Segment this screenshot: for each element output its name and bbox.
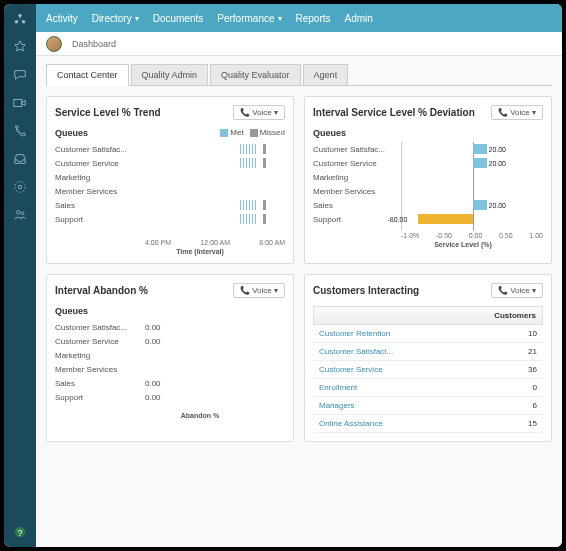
queues-header: Queues (55, 128, 88, 138)
abandon-row: Sales0.00 (55, 376, 285, 390)
abandon-row: Customer Satisfac...0.00 (55, 320, 285, 334)
queue-row: Sales (313, 198, 401, 212)
chevron-down-icon: ▾ (135, 14, 139, 23)
x-axis-label: Service Level (%) (313, 241, 543, 248)
panel-abandon: Interval Abandon % 📞 Voice ▾ Queues Cust… (46, 274, 294, 442)
abandon-row: Member Services (55, 362, 285, 376)
panel-title: Customers Interacting (313, 285, 419, 296)
subheader: Dashboard (36, 32, 562, 56)
customers-column-header: Customers (313, 306, 543, 325)
queue-row: Customer Satisfac... (313, 142, 401, 156)
x-tick: -0.50 (436, 232, 452, 239)
legend-met-swatch (220, 129, 228, 137)
abandon-row: Marketing (55, 348, 285, 362)
svg-text:?: ? (18, 528, 23, 538)
x-axis-label: Time (Interval) (55, 248, 285, 255)
queue-row: Customer Service (313, 156, 401, 170)
voice-dropdown-button[interactable]: 📞 Voice ▾ (233, 105, 285, 120)
x-tick: 4:00 PM (145, 239, 171, 246)
top-nav: Activity Directory▾ Documents Performanc… (36, 4, 562, 32)
panel-title: Interval Service Level % Deviation (313, 107, 475, 118)
customer-row: Enrollment0 (313, 379, 543, 397)
avatar[interactable] (46, 36, 62, 52)
deviation-chart-plot: 20.00 20.00 20.00 -80.00 (401, 142, 543, 230)
nav-performance[interactable]: Performance▾ (217, 13, 281, 24)
nav-directory[interactable]: Directory▾ (92, 13, 139, 24)
queue-row: Member Services (55, 184, 145, 198)
svg-point-6 (17, 211, 21, 215)
phone-icon[interactable] (13, 124, 27, 138)
dashboard-tabs: Contact Center Quality Admin Quality Eva… (46, 64, 552, 86)
tab-quality-admin[interactable]: Quality Admin (131, 64, 209, 85)
queue-row: Member Services (313, 184, 401, 198)
panel-title: Service Level % Trend (55, 107, 161, 118)
queues-header: Queues (313, 128, 543, 138)
customer-row: Online Assistance15 (313, 415, 543, 433)
svg-point-0 (18, 14, 22, 18)
queue-row: Support (55, 212, 145, 226)
panel-service-level-trend: Service Level % Trend 📞 Voice ▾ Queues M… (46, 96, 294, 264)
x-tick: 8:00 AM (259, 239, 285, 246)
chevron-down-icon: ▾ (278, 14, 282, 23)
tab-agent[interactable]: Agent (303, 64, 349, 85)
x-axis-label: Abandon % (55, 412, 285, 419)
customer-row: Customer Satisfact...21 (313, 343, 543, 361)
chat-icon[interactable] (13, 68, 27, 82)
abandon-row: Support0.00 (55, 390, 285, 404)
voice-dropdown-button[interactable]: 📞 Voice ▾ (491, 283, 543, 298)
tab-contact-center[interactable]: Contact Center (46, 64, 129, 86)
queue-row: Marketing (55, 170, 145, 184)
users-icon[interactable] (13, 208, 27, 222)
customer-row: Customer Retention10 (313, 325, 543, 343)
voice-dropdown-button[interactable]: 📞 Voice ▾ (233, 283, 285, 298)
panel-title: Interval Abandon % (55, 285, 148, 296)
customer-row: Managers6 (313, 397, 543, 415)
breadcrumb: Dashboard (72, 39, 116, 49)
svg-point-7 (21, 212, 24, 215)
queue-row: Customer Satisfac... (55, 142, 145, 156)
svg-rect-3 (14, 100, 22, 107)
queue-link[interactable]: Enrollment (319, 383, 357, 392)
org-icon[interactable] (13, 12, 27, 26)
x-tick: -1.0% (401, 232, 419, 239)
x-tick: 0.50 (499, 232, 513, 239)
panel-deviation: Interval Service Level % Deviation 📞 Voi… (304, 96, 552, 264)
queue-link[interactable]: Online Assistance (319, 419, 383, 428)
star-icon[interactable] (13, 40, 27, 54)
svg-point-4 (18, 185, 22, 189)
legend: Met Missed (220, 128, 285, 142)
video-icon[interactable] (13, 96, 27, 110)
queue-link[interactable]: Managers (319, 401, 355, 410)
panel-customers-interacting: Customers Interacting 📞 Voice ▾ Customer… (304, 274, 552, 442)
queue-link[interactable]: Customer Satisfact... (319, 347, 393, 356)
nav-reports[interactable]: Reports (296, 13, 331, 24)
help-icon[interactable]: ? (13, 525, 27, 539)
queue-link[interactable]: Customer Retention (319, 329, 390, 338)
trend-chart-plot (145, 142, 285, 237)
queue-row: Marketing (313, 170, 401, 184)
nav-admin[interactable]: Admin (345, 13, 373, 24)
left-sidebar: ? (4, 4, 36, 547)
legend-missed-swatch (250, 129, 258, 137)
gear-icon[interactable] (13, 180, 27, 194)
nav-documents[interactable]: Documents (153, 13, 204, 24)
queue-row: Customer Service (55, 156, 145, 170)
tab-quality-evaluator[interactable]: Quality Evaluator (210, 64, 301, 85)
nav-activity[interactable]: Activity (46, 13, 78, 24)
x-tick: 0.00 (469, 232, 483, 239)
queues-header: Queues (55, 306, 285, 316)
svg-point-5 (15, 182, 26, 193)
queue-row: Sales (55, 198, 145, 212)
abandon-row: Customer Service0.00 (55, 334, 285, 348)
inbox-icon[interactable] (13, 152, 27, 166)
voice-dropdown-button[interactable]: 📞 Voice ▾ (491, 105, 543, 120)
x-tick: 12:00 AM (200, 239, 230, 246)
queue-link[interactable]: Customer Service (319, 365, 383, 374)
x-tick: 1.00 (529, 232, 543, 239)
customer-row: Customer Service36 (313, 361, 543, 379)
